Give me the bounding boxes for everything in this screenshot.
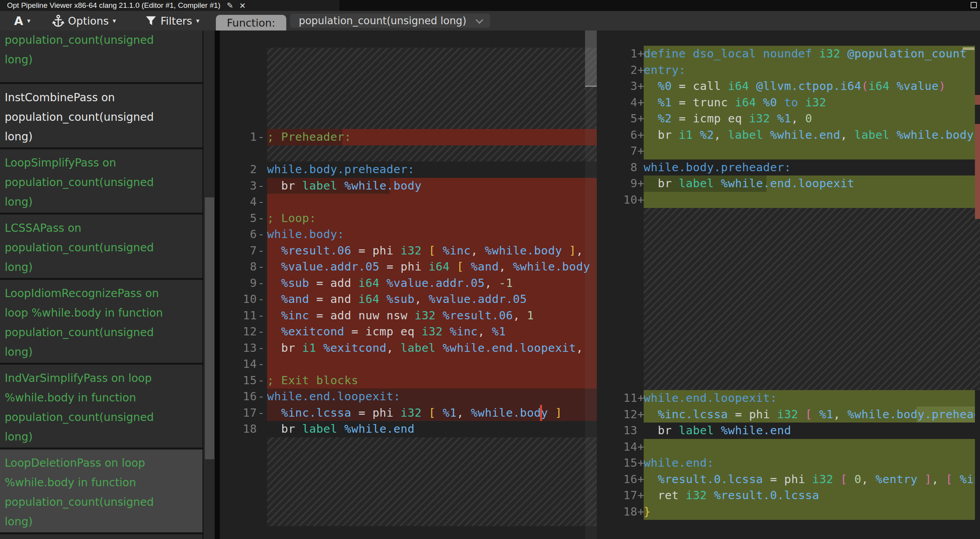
code-text[interactable]: ; Preheader: [267,129,597,145]
code-line[interactable]: 16-while.end.loopexit: [220,389,597,405]
pass-list-item[interactable]: LoopDeletionPass on loop%while.body in f… [0,449,203,534]
code-line[interactable]: 9- %sub = add i64 %value.addr.05, -1 [220,275,597,292]
code-line[interactable]: 12+ %inc.lcssa = phi i32 [ %1, %while.bo… [597,406,980,423]
code-line[interactable]: 15+while.end: [597,455,980,471]
code-text[interactable]: ret i32 %result.0.lcssa [644,487,980,504]
editor-scrollbar[interactable] [585,30,597,539]
rename-pencil-icon[interactable]: ✎ [227,1,233,10]
filters-button[interactable]: Filters ▾ [145,15,199,27]
code-text[interactable]: %1 = trunc i64 %0 to i32 [644,95,980,111]
code-text[interactable]: } [644,504,980,520]
code-text[interactable]: while.body.preheader: [644,159,980,176]
code-token: i32 [415,309,436,322]
code-text[interactable] [644,192,980,208]
code-line[interactable]: 4- [220,194,597,210]
code-line[interactable]: 3- br label %while.body [220,178,597,194]
font-size-button[interactable]: A ▾ [14,14,31,28]
code-line[interactable]: 11- %inc = add nuw nsw i32 %result.06, 1 [220,308,597,324]
scrollbar-thumb[interactable] [585,30,597,87]
code-line[interactable]: 14+ [597,439,980,455]
code-text[interactable]: while.end.loopexit: [644,390,980,406]
options-button[interactable]: Options ▾ [52,14,116,27]
code-token: = phi [728,408,777,421]
code-line[interactable]: 13 br label %while.end [597,423,980,439]
pass-list-scrollbar[interactable] [203,30,215,539]
code-text[interactable] [267,356,597,372]
code-text[interactable]: entry: [644,62,980,79]
pass-list-item[interactable]: InstCombinePass onpopulation_count(unsig… [0,84,203,149]
code-line[interactable]: 12- %exitcond = icmp eq i32 %inc, %1 [220,324,597,340]
code-text[interactable]: define dso_local noundef i32 @population… [644,46,980,62]
pass-list-item[interactable]: LCSSAPass onpopulation_count(unsignedlon… [0,215,203,280]
diff-sign: + [637,78,644,95]
code-line[interactable]: 13- br i1 %exitcond, label %while.end.lo… [220,340,597,356]
code-text[interactable]: %inc.lcssa = phi i32 [ %1, %while.body ] [267,405,597,421]
code-line[interactable]: 6-while.body: [220,226,597,243]
code-token: 1 [527,309,534,322]
code-text[interactable]: while.end.loopexit: [267,389,597,405]
code-line[interactable]: 9+ br label %while.end.loopexit [597,175,980,192]
code-text[interactable]: br i1 %2, label %while.end, label %while… [644,127,980,143]
pass-list-item[interactable]: IndVarSimplifyPass on loop%while.body in… [0,365,203,449]
code-line[interactable]: 5+ %2 = icmp eq i32 %1, 0 [597,111,980,127]
code-token: i64 [358,292,379,306]
code-text[interactable] [267,194,597,210]
code-line[interactable]: 7+ [597,143,980,159]
code-text[interactable]: br label %while.end [644,423,980,439]
pass-list-item[interactable]: population_count(unsignedlong) [0,30,203,84]
code-token [812,408,819,421]
code-text[interactable]: br i1 %exitcond, label %while.end.loopex… [267,340,597,356]
code-line[interactable]: 8- %value.addr.05 = phi i64 [ %and, %whi… [220,259,597,275]
scrollbar-thumb[interactable] [205,197,214,459]
code-line[interactable]: 18 br label %while.end [220,421,597,437]
code-text[interactable]: while.end: [644,455,980,471]
code-text[interactable]: %value.addr.05 = phi i64 [ %and, %while.… [267,259,597,275]
code-text[interactable]: ; Loop: [267,210,597,227]
code-line[interactable]: 14- [220,356,597,372]
code-text[interactable]: br label %while.body [267,178,597,194]
code-text[interactable]: %inc = add nuw nsw i32 %result.06, 1 [267,308,597,324]
code-token: [ [840,473,847,486]
code-text[interactable]: %result.06 = phi i32 [ %inc, %while.body… [267,243,597,259]
code-line[interactable]: 17+ ret i32 %result.0.lcssa [597,487,980,504]
close-icon[interactable]: × [239,2,245,9]
code-line[interactable]: 11+while.end.loopexit: [597,390,980,406]
code-text[interactable]: br label %while.end.loopexit [644,175,980,192]
code-text[interactable] [644,143,980,159]
function-select[interactable]: population_count(unsigned long) [290,14,490,28]
code-line[interactable]: 1+define dso_local noundef i32 @populati… [597,46,980,62]
pass-list-item[interactable]: LoopSimplifyPass onpopulation_count(unsi… [0,149,203,215]
window-restore-icon[interactable] [971,2,977,8]
code-line[interactable]: 6+ br i1 %2, label %while.end, label %wh… [597,127,980,143]
code-line[interactable]: 8while.body.preheader: [597,159,980,176]
code-text[interactable]: while.body.preheader: [267,161,597,178]
code-text[interactable]: br label %while.end [267,421,597,437]
code-text[interactable]: ; Exit blocks [267,372,597,389]
code-line[interactable]: 18+} [597,504,980,520]
code-line[interactable]: 10+ [597,192,980,208]
code-line[interactable]: 7- %result.06 = phi i32 [ %inc, %while.b… [220,243,597,259]
code-text[interactable] [644,439,980,455]
code-text[interactable]: %2 = icmp eq i32 %1, 0 [644,111,980,127]
code-text[interactable]: %sub = add i64 %value.addr.05, -1 [267,275,597,292]
code-line[interactable]: 10- %and = and i64 %sub, %value.addr.05 [220,291,597,308]
code-text[interactable]: %result.0.lcssa = phi i32 [ 0, %entry ],… [644,471,980,488]
pass-list-item[interactable]: LoopIdiomRecognizePass onloop %while.bod… [0,280,203,365]
code-line[interactable]: 4+ %1 = trunc i64 %0 to i32 [597,95,980,111]
line-number: 11 [597,390,637,406]
code-line[interactable]: 3+ %0 = call i64 @llvm.ctpop.i64(i64 %va… [597,78,980,95]
code-line[interactable]: 17- %inc.lcssa = phi i32 [ %1, %while.bo… [220,405,597,421]
pane-tab[interactable]: Opt Pipeline Viewer x86-64 clang 21.1.0 … [0,0,339,11]
code-line[interactable]: 5-; Loop: [220,210,597,227]
code-text[interactable]: %exitcond = icmp eq i32 %inc, %1 [267,324,597,340]
code-text[interactable]: while.body: [267,226,597,243]
code-line[interactable]: 16+ %result.0.lcssa = phi i32 [ 0, %entr… [597,471,980,488]
code-text[interactable]: %and = and i64 %sub, %value.addr.05 [267,291,597,308]
code-text[interactable]: %inc.lcssa = phi i32 [ %1, %while.body.p… [644,406,980,423]
code-line[interactable]: 2while.body.preheader: [220,161,597,178]
code-token [267,406,281,419]
code-line[interactable]: 1-; Preheader: [220,129,597,145]
code-line[interactable]: 15-; Exit blocks [220,372,597,389]
code-text[interactable]: %0 = call i64 @llvm.ctpop.i64(i64 %value… [644,78,980,95]
code-line[interactable]: 2+entry: [597,62,980,79]
